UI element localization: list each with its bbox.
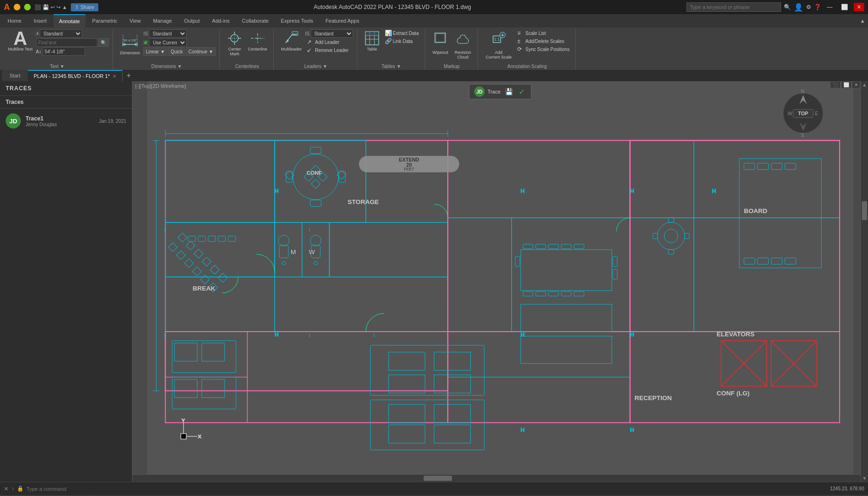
svg-rect-27 bbox=[365, 32, 379, 35]
dimensions-group-items: 54'-4 1/8" Dimension IS Standard ✓ Use C… bbox=[118, 29, 216, 64]
tab-collaborate[interactable]: Collaborate bbox=[236, 14, 274, 27]
tables-group-label[interactable]: Tables ▼ bbox=[382, 64, 401, 70]
tab-manage[interactable]: Manage bbox=[148, 14, 178, 27]
search-input[interactable] bbox=[686, 2, 781, 12]
tab-view[interactable]: View bbox=[124, 14, 147, 27]
add-leader-button[interactable]: ↗ Add Leader bbox=[305, 38, 353, 46]
multiline-text-button[interactable]: A Multiline Text bbox=[6, 29, 35, 53]
multiline-text-icon: A bbox=[13, 31, 28, 46]
tab-addins[interactable]: Add-ins bbox=[207, 14, 235, 27]
command-input[interactable] bbox=[26, 486, 827, 492]
ribbon-spacer bbox=[577, 29, 866, 70]
viewport-close-btn[interactable]: ✕ bbox=[852, 81, 860, 88]
svg-rect-29 bbox=[436, 34, 444, 41]
scroll-thumb-h[interactable] bbox=[424, 476, 452, 481]
command-expand-icon[interactable]: ↑ bbox=[11, 486, 14, 492]
multileader-label: Multileader bbox=[281, 47, 302, 51]
trace-confirm-button[interactable]: ✓ bbox=[517, 87, 526, 96]
ribbon-collapse-btn[interactable]: ▲ bbox=[857, 16, 868, 26]
text-height-row: A↕ bbox=[36, 47, 109, 56]
scroll-up-btn[interactable]: ▲ bbox=[861, 82, 868, 87]
plan-tab[interactable]: PLAN - 12345 BLVD - FLOOR 1* ✕ bbox=[28, 70, 122, 81]
centerlines-group-items: CenterMark Centerline bbox=[225, 29, 269, 64]
scroll-thumb-v[interactable] bbox=[862, 201, 867, 220]
scroll-down-btn[interactable]: ▼ bbox=[861, 476, 868, 481]
viewport-restore-btn[interactable]: ⬛ bbox=[830, 81, 841, 88]
scale-list-button[interactable]: ≡ Scale List bbox=[515, 29, 571, 37]
help-icon[interactable]: ❓ bbox=[814, 4, 821, 10]
trace-item[interactable]: JD Trace1 Jenny Douglas Jan 19, 2021 bbox=[0, 109, 132, 133]
settings-icon[interactable]: ⚙ bbox=[806, 4, 811, 10]
canvas-area[interactable]: [-][Top][2D Wireframe] JD Trace 💾 ✓ bbox=[132, 81, 868, 482]
text-height-input[interactable] bbox=[43, 47, 85, 56]
centerline-label: Centerline bbox=[248, 47, 267, 51]
tab-parametric[interactable]: Parametric bbox=[87, 14, 123, 27]
tab-insert[interactable]: Insert bbox=[28, 14, 52, 27]
dimensions-group-label[interactable]: Dimensions ▼ bbox=[151, 64, 182, 70]
trace-toolbar-label: Trace bbox=[487, 89, 501, 94]
svg-rect-180 bbox=[181, 434, 186, 439]
maximize-button[interactable] bbox=[24, 4, 31, 10]
link-data-button[interactable]: 🔗 Link Data bbox=[383, 37, 421, 45]
use-current-dropdown[interactable]: Use Current bbox=[149, 38, 187, 47]
canvas-scrollbar-horizontal[interactable] bbox=[132, 474, 860, 482]
quick-button[interactable]: Quick bbox=[168, 47, 185, 56]
find-text-input[interactable] bbox=[36, 38, 97, 47]
linear-button[interactable]: Linear ▼ bbox=[143, 47, 167, 56]
trace-save-button[interactable]: 💾 bbox=[503, 88, 514, 95]
text-height-icon: A↕ bbox=[36, 49, 42, 54]
multileader-button[interactable]: text Multileader bbox=[278, 29, 304, 53]
leaders-group-label[interactable]: Leaders ▼ bbox=[304, 64, 328, 70]
dimension-button[interactable]: 54'-4 1/8" Dimension bbox=[118, 29, 143, 57]
minimize-button[interactable] bbox=[14, 4, 20, 10]
restore-win-button[interactable]: ⬜ bbox=[838, 3, 851, 11]
close-win-button[interactable]: ✕ bbox=[854, 3, 864, 11]
revision-cloud-icon bbox=[455, 31, 470, 49]
tab-output[interactable]: Output bbox=[179, 14, 206, 27]
viewport-label: [-][Top][2D Wireframe] bbox=[135, 83, 186, 89]
dim-style-dropdown[interactable]: Standard bbox=[149, 29, 187, 38]
remove-leader-button[interactable]: ↙ Remove Leader bbox=[305, 46, 353, 54]
revision-cloud-label: RevisionCloud bbox=[455, 50, 471, 60]
extract-data-button[interactable]: 📊 Extract Data bbox=[383, 29, 421, 37]
sync-scale-positions-button[interactable]: ⟳ Sync Scale Positions bbox=[515, 45, 571, 53]
text-style-dropdown[interactable]: Standard bbox=[40, 29, 82, 38]
plan-tab-label: PLAN - 12345 BLVD - FLOOR 1* bbox=[34, 73, 110, 79]
canvas-scrollbar-vertical[interactable]: ▲ ▼ bbox=[860, 81, 868, 482]
cmd-coords: 1245.23, 678.90 bbox=[830, 486, 864, 491]
annotation-scaling-group-label: Annotation Scaling bbox=[507, 64, 547, 70]
use-current-checkbox[interactable]: ✓ bbox=[143, 40, 148, 45]
command-close-btn[interactable]: ✕ bbox=[4, 486, 9, 492]
find-text-search-btn[interactable]: 🔍 bbox=[98, 38, 109, 47]
add-delete-scales-button[interactable]: ± Add/Delete Scales bbox=[515, 37, 571, 45]
leader-style-dropdown[interactable]: Standard bbox=[311, 29, 353, 38]
share-button[interactable]: ⇧ Share bbox=[71, 3, 98, 11]
add-current-scale-button[interactable]: 1:1 + AddCurrent Scale bbox=[483, 29, 514, 61]
user-icon[interactable]: 👤 bbox=[794, 3, 803, 12]
new-tab-button[interactable]: + bbox=[122, 70, 134, 81]
tab-featured[interactable]: Featured Apps bbox=[320, 14, 365, 27]
search-icon[interactable]: 🔍 bbox=[784, 4, 791, 10]
centerline-button[interactable]: Centerline bbox=[245, 29, 269, 53]
start-tab[interactable]: Start bbox=[2, 70, 28, 81]
plan-tab-close[interactable]: ✕ bbox=[113, 74, 116, 79]
ribbon-tabs: Home Insert Annotate Parametric View Man… bbox=[0, 14, 868, 27]
tab-annotate[interactable]: Annotate bbox=[53, 14, 86, 27]
app-icon: A bbox=[4, 2, 10, 12]
continue-button[interactable]: Continue ▼ bbox=[186, 47, 216, 56]
scale-options-col: ≡ Scale List ± Add/Delete Scales ⟳ Sync … bbox=[515, 29, 571, 53]
center-mark-button[interactable]: CenterMark bbox=[225, 29, 244, 58]
titlebar: A ⬛ 💾 ↩ ↪ ▲ ⇧ Share Autodesk AutoCAD 202… bbox=[0, 0, 868, 14]
viewport-maximize-btn[interactable]: ⬜ bbox=[841, 81, 851, 88]
tab-home[interactable]: Home bbox=[2, 14, 27, 27]
tab-express[interactable]: Express Tools bbox=[275, 14, 319, 27]
find-text-row: 🔍 bbox=[36, 38, 109, 47]
svg-text:54'-4 1/8": 54'-4 1/8" bbox=[123, 39, 137, 42]
app-title: Autodesk AutoCAD 2022 PLAN - 12345 BLVD … bbox=[98, 4, 686, 10]
wipeout-button[interactable]: Wipeout bbox=[430, 29, 451, 57]
trace-info: Trace1 Jenny Douglas bbox=[26, 115, 94, 127]
table-button[interactable]: Table bbox=[362, 29, 382, 53]
cad-drawing: H H H H H H H H H I I I I I BREAK STORAG… bbox=[132, 81, 868, 482]
minimize-win-button[interactable]: — bbox=[824, 3, 835, 11]
revision-cloud-button[interactable]: RevisionCloud bbox=[452, 29, 474, 61]
